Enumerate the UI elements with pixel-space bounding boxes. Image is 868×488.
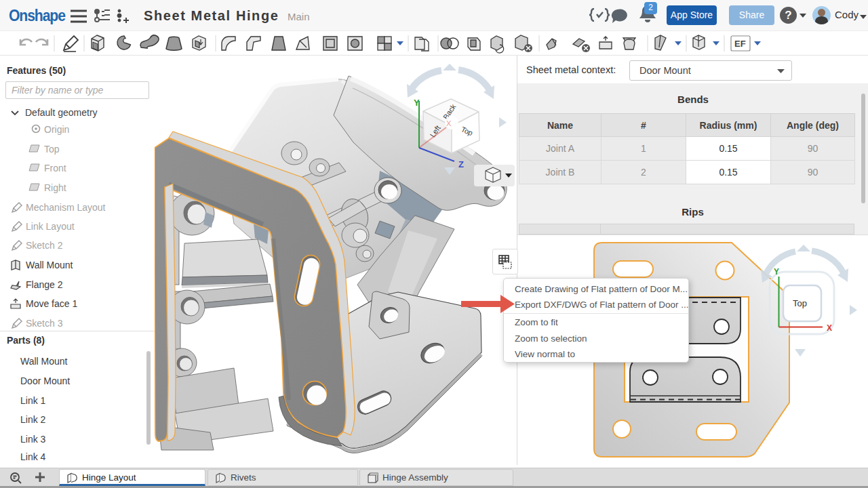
svg-text:X: X	[827, 323, 832, 333]
svg-text:EF: EF	[734, 39, 746, 49]
svg-text:X: X	[446, 119, 452, 127]
svg-text:Y: Y	[774, 267, 779, 277]
svg-text:Z: Z	[458, 159, 464, 169]
svg-text:Top: Top	[793, 298, 807, 308]
svg-text:Y: Y	[414, 98, 420, 108]
